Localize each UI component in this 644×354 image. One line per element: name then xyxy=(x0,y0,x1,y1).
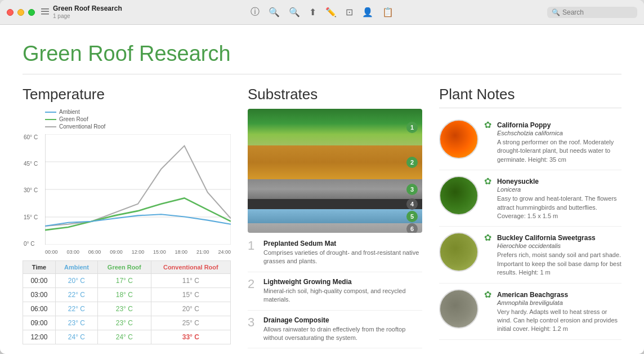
layer-badge-5: 5 xyxy=(406,211,418,222)
y-label-30: 30° C xyxy=(24,187,38,193)
plant-latin: Ammophila breviligulata xyxy=(497,299,621,306)
plant-icon-wrapper: ✿ xyxy=(484,120,491,130)
table-header-green: Green Roof xyxy=(97,260,151,273)
substrate-number: 3 xyxy=(248,316,258,343)
cell-conventional: 15° C xyxy=(151,287,230,302)
info-icon[interactable]: ⓘ xyxy=(251,6,260,18)
cell-time: 12:00 xyxy=(23,330,56,344)
plant-desc: Very hardy. Adapts well to heat stress o… xyxy=(497,308,621,334)
plant-icon-wrapper: ✿ xyxy=(484,232,491,243)
y-label-15: 15° C xyxy=(24,214,38,220)
document-content: Green Roof Research Temperature Ambient … xyxy=(0,25,644,354)
window-title: Green Roof Research xyxy=(53,5,122,12)
user-icon[interactable]: 👤 xyxy=(362,7,373,17)
plant-image xyxy=(439,120,478,159)
layer-badge-4: 4 xyxy=(406,198,418,210)
table-header-ambient: Ambient xyxy=(55,260,97,273)
substrate-desc: Allows rainwater to drain effectively fr… xyxy=(263,325,422,343)
maximize-button[interactable] xyxy=(28,9,35,16)
plant-icon-wrapper: ✿ xyxy=(484,289,491,300)
close-button[interactable] xyxy=(7,9,14,16)
plant-type-icon: ✿ xyxy=(484,289,491,300)
plant-image xyxy=(439,232,478,272)
plant-desc: Prefers rich, moist sandy soil and part … xyxy=(497,251,621,277)
substrates-section: Substrates 1 2 3 4 5 xyxy=(248,86,422,354)
plant-item: ✿ California Poppy Eschscholzia californ… xyxy=(439,114,621,170)
plant-name: California Poppy xyxy=(497,121,551,129)
x-axis-labels: 00:00 03:00 06:00 09:00 12:00 15:00 18:0… xyxy=(45,249,231,255)
plant-notes-section: Plant Notes ✿ California Poppy Eschschol… xyxy=(439,86,621,354)
notes-icon[interactable]: 📋 xyxy=(382,7,393,17)
plant-desc: Easy to grow and heat-tolerant. The flow… xyxy=(497,194,621,220)
titlebar: Green Roof Research 1 page ⓘ 🔍 🔍 ⬆ ✏️ ⊡ … xyxy=(0,0,644,25)
cell-time: 06:00 xyxy=(23,302,56,316)
cell-ambient: 22° C xyxy=(55,302,97,316)
substrate-number: 1 xyxy=(248,240,258,266)
plant-icon-wrapper: ✿ xyxy=(484,176,491,187)
search-input[interactable] xyxy=(562,8,630,16)
plant-image xyxy=(439,176,478,215)
plant-info: Buckley California Sweetgrass Hierochloe… xyxy=(497,232,621,277)
minimize-button[interactable] xyxy=(17,9,24,16)
cell-ambient: 20° C xyxy=(55,273,97,287)
annotate-icon[interactable]: ✏️ xyxy=(325,7,337,17)
zoom-out-icon[interactable]: 🔍 xyxy=(269,7,280,17)
layer-badge-1: 1 xyxy=(406,122,418,133)
chart-legend: Ambient Green Roof Conventional Roof xyxy=(45,109,231,130)
app-window: Green Roof Research 1 page ⓘ 🔍 🔍 ⬆ ✏️ ⊡ … xyxy=(0,0,644,354)
expand-icon[interactable]: ⊡ xyxy=(346,7,353,17)
table-row: 12:00 24° C 24° C 33° C xyxy=(23,330,231,344)
cell-green: 17° C xyxy=(97,273,151,287)
y-axis-labels: 60° C 45° C 30° C 15° C 0° C xyxy=(24,134,38,247)
table-header-time: Time xyxy=(23,260,56,273)
cell-conventional: 20° C xyxy=(151,302,230,316)
x-label-18: 18:00 xyxy=(175,249,188,255)
substrate-title: Drainage Composite xyxy=(263,316,329,324)
cell-conventional: 33° C xyxy=(151,330,230,344)
substrate-layer-5: 5 xyxy=(248,209,422,223)
plant-notes-heading: Plant Notes xyxy=(439,86,621,108)
cell-ambient: 23° C xyxy=(55,316,97,330)
toolbar-icons: ⓘ 🔍 🔍 ⬆ ✏️ ⊡ 👤 📋 xyxy=(251,6,393,18)
table-row: 00:00 20° C 17° C 11° C xyxy=(23,273,231,287)
cell-time: 09:00 xyxy=(23,316,56,330)
x-label-9: 09:00 xyxy=(110,249,123,255)
plant-name: Honeysuckle xyxy=(497,178,539,185)
substrate-desc: Comprises varieties of drought- and fros… xyxy=(263,249,422,266)
substrate-item: 3 Drainage Composite Allows rainwater to… xyxy=(248,316,422,349)
legend-ambient-label: Ambient xyxy=(59,109,80,115)
titlebar-right: 🔍 xyxy=(547,7,637,18)
cell-time: 03:00 xyxy=(23,287,56,302)
plant-list: ✿ California Poppy Eschscholzia californ… xyxy=(439,114,621,340)
substrate-layer-3: 3 xyxy=(248,179,422,199)
plant-image xyxy=(439,289,478,329)
substrate-layer-2: 2 xyxy=(248,145,422,179)
zoom-in-icon[interactable]: 🔍 xyxy=(289,7,300,17)
table-row: 06:00 22° C 23° C 20° C xyxy=(23,302,231,316)
sidebar-toggle-button[interactable] xyxy=(41,7,50,17)
plant-info: California Poppy Eschscholzia californic… xyxy=(497,120,621,164)
window-subtitle: 1 page xyxy=(53,13,122,20)
temperature-chart xyxy=(45,134,231,245)
temperature-table: Time Ambient Green Roof Conventional Roo… xyxy=(23,260,231,344)
x-label-24: 24:00 xyxy=(218,249,231,255)
legend-conventional-label: Conventional Roof xyxy=(59,123,105,130)
svg-rect-1 xyxy=(41,11,49,12)
cell-green: 18° C xyxy=(97,287,151,302)
plant-item: ✿ Honeysuckle Lonicera Easy to grow and … xyxy=(439,170,621,227)
substrate-number: 2 xyxy=(248,278,258,304)
share-icon[interactable]: ⬆ xyxy=(309,7,316,17)
search-bar[interactable]: 🔍 xyxy=(547,7,637,18)
x-label-0: 00:00 xyxy=(45,249,58,255)
x-label-15: 15:00 xyxy=(153,249,166,255)
svg-rect-0 xyxy=(41,8,49,10)
cell-ambient: 24° C xyxy=(55,330,97,344)
substrate-layer-6: 6 xyxy=(248,223,422,233)
plant-item: ✿ Buckley California Sweetgrass Hierochl… xyxy=(439,227,621,283)
cell-conventional: 11° C xyxy=(151,273,230,287)
cell-green: 24° C xyxy=(97,330,151,344)
greenroof-line-icon xyxy=(45,119,56,120)
table-header-conventional: Conventional Roof xyxy=(151,260,230,273)
table-row: 03:00 22° C 18° C 15° C xyxy=(23,287,231,302)
plant-type-icon: ✿ xyxy=(484,120,491,130)
